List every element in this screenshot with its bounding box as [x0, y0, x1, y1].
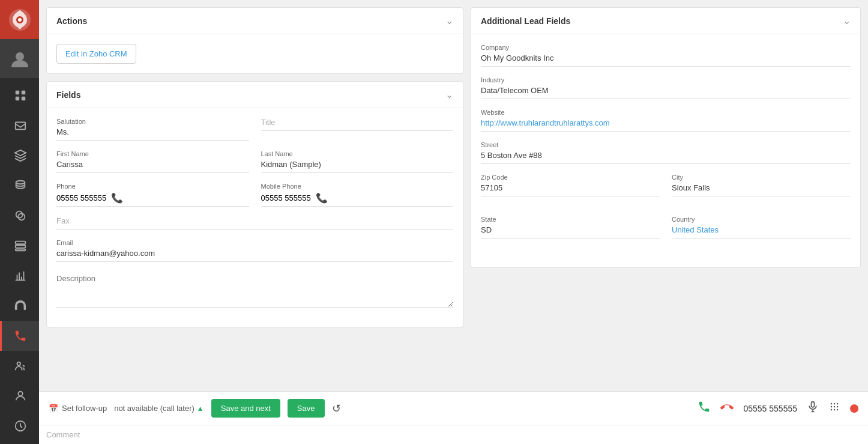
actions-card-body: Edit in Zoho CRM — [47, 34, 463, 73]
phone-call-icon[interactable]: 📞 — [111, 192, 123, 204]
svg-rect-14 — [16, 249, 26, 251]
status-dropdown[interactable]: not available (call later) ▲ — [114, 404, 204, 413]
industry-label: Industry — [481, 76, 851, 84]
country-label: Country — [672, 216, 851, 223]
actions-card-header[interactable]: Actions ⌄ — [47, 8, 463, 34]
call-icon[interactable] — [698, 400, 711, 416]
mobile-field: Mobile Phone 05555 555555 📞 — [261, 183, 454, 207]
email-label: Email — [56, 239, 453, 246]
salutation-field: Salutation Ms. — [56, 118, 249, 141]
last-name-field: Last Name Kidman (Sample) — [261, 150, 454, 173]
bottom-bar: 📅 Set follow-up not available (call late… — [39, 391, 868, 425]
zip-value[interactable]: 57105 — [481, 183, 660, 196]
sidebar-item-phone[interactable] — [0, 321, 39, 351]
sidebar-item-layers[interactable] — [0, 141, 39, 171]
state-value[interactable]: SD — [481, 225, 660, 239]
svg-point-29 — [831, 409, 833, 411]
sidebar-item-person[interactable] — [0, 381, 39, 411]
left-panel: Actions ⌄ Edit in Zoho CRM Fields ⌄ — [46, 7, 463, 391]
street-field: Street 5 Boston Ave #88 — [481, 141, 851, 164]
state-label: State — [481, 216, 660, 223]
additional-fields-header[interactable]: Additional Lead Fields ⌄ — [471, 8, 860, 34]
main-content: Actions ⌄ Edit in Zoho CRM Fields ⌄ — [39, 0, 868, 444]
mobile-call-icon[interactable]: 📞 — [316, 192, 328, 204]
phone-label: Phone — [56, 183, 249, 190]
industry-field: Industry Data/Telecom OEM — [481, 76, 851, 99]
svg-rect-7 — [22, 97, 25, 100]
country-field: Country United States — [672, 216, 851, 239]
svg-point-27 — [834, 406, 836, 408]
website-label: Website — [481, 109, 851, 116]
bottom-right-controls: 05555 555555 — [698, 400, 858, 416]
sidebar-item-chart[interactable] — [0, 261, 39, 291]
website-value[interactable]: http://www.truhlarandtruhlarattys.com — [481, 118, 851, 132]
svg-point-28 — [837, 406, 839, 408]
description-textarea[interactable] — [56, 272, 453, 308]
fax-row: Fax — [56, 216, 453, 230]
fields-card-body: Salutation Ms. Title First Name Carissa — [47, 108, 463, 327]
state-field: State SD — [481, 216, 660, 239]
website-field: Website http://www.truhlarandtruhlaratty… — [481, 109, 851, 132]
sidebar-nav — [0, 81, 39, 444]
last-name-label: Last Name — [261, 150, 454, 157]
phone-field: Phone 05555 555555 📞 — [56, 183, 249, 207]
street-label: Street — [481, 141, 851, 148]
svg-point-30 — [834, 409, 836, 411]
follow-up-label: Set follow-up — [62, 404, 107, 413]
sidebar-item-contacts[interactable] — [0, 351, 39, 381]
svg-point-2 — [18, 18, 22, 22]
save-next-button[interactable]: Save and next — [211, 399, 280, 418]
save-button[interactable]: Save — [288, 399, 325, 418]
title-placeholder[interactable]: Title — [261, 118, 454, 131]
country-value[interactable]: United States — [672, 225, 851, 239]
additional-fields-body: Company Oh My Goodknits Inc Industry Dat… — [471, 34, 860, 267]
microphone-icon[interactable] — [807, 401, 819, 416]
svg-rect-13 — [16, 245, 26, 248]
first-name-value[interactable]: Carissa — [56, 160, 249, 173]
status-indicator — [850, 404, 858, 413]
sidebar-item-dashboard[interactable] — [0, 81, 39, 111]
user-avatar[interactable] — [0, 39, 39, 78]
calendar-icon: 📅 — [49, 404, 58, 413]
app-logo — [0, 0, 39, 39]
salutation-title-row: Salutation Ms. Title — [56, 118, 453, 141]
keypad-icon[interactable] — [828, 401, 840, 416]
actions-card: Actions ⌄ Edit in Zoho CRM — [46, 7, 463, 74]
email-value[interactable]: carissa-kidman@yahoo.com — [56, 249, 453, 262]
svg-rect-8 — [16, 123, 26, 130]
hangup-icon[interactable] — [720, 400, 734, 416]
phone-row: Phone 05555 555555 📞 Mobile Phone 05555 … — [56, 183, 453, 207]
fax-field: Fax — [56, 216, 453, 230]
sidebar-item-database[interactable] — [0, 171, 39, 201]
sidebar-item-inbox[interactable] — [0, 111, 39, 141]
additional-fields-title: Additional Lead Fields — [481, 16, 570, 26]
industry-value[interactable]: Data/Telecom OEM — [481, 86, 851, 99]
svg-rect-20 — [812, 402, 815, 407]
zip-label: Zip Code — [481, 174, 660, 181]
fax-placeholder[interactable]: Fax — [56, 216, 453, 230]
follow-up-button[interactable]: 📅 Set follow-up — [49, 404, 107, 413]
description-field — [56, 272, 453, 308]
phone-value-container: 05555 555555 📞 — [56, 192, 249, 207]
fields-card-header[interactable]: Fields ⌄ — [47, 82, 463, 108]
sidebar-item-server[interactable] — [0, 231, 39, 261]
street-value[interactable]: 5 Boston Ave #88 — [481, 151, 851, 164]
mobile-value: 05555 555555 — [261, 193, 311, 202]
mobile-value-container: 05555 555555 📞 — [261, 192, 454, 207]
email-row: Email carissa-kidman@yahoo.com — [56, 239, 453, 262]
last-name-value[interactable]: Kidman (Sample) — [261, 160, 454, 173]
status-arrow-icon: ▲ — [197, 404, 204, 413]
edit-crm-button[interactable]: Edit in Zoho CRM — [56, 44, 136, 64]
title-field: Title — [261, 118, 454, 141]
city-value[interactable]: Sioux Falls — [672, 183, 851, 196]
sidebar-item-coins[interactable] — [0, 201, 39, 231]
phone-number-display: 05555 555555 — [743, 404, 797, 413]
reset-button[interactable]: ↺ — [332, 402, 341, 415]
actions-title: Actions — [56, 16, 87, 26]
sidebar-item-headset[interactable] — [0, 291, 39, 321]
sidebar-item-clock[interactable] — [0, 411, 39, 441]
zip-field: Zip Code 57105 — [481, 174, 660, 196]
company-value[interactable]: Oh My Goodknits Inc — [481, 53, 851, 67]
comment-area[interactable]: Comment — [39, 425, 868, 444]
salutation-value[interactable]: Ms. — [56, 127, 249, 141]
